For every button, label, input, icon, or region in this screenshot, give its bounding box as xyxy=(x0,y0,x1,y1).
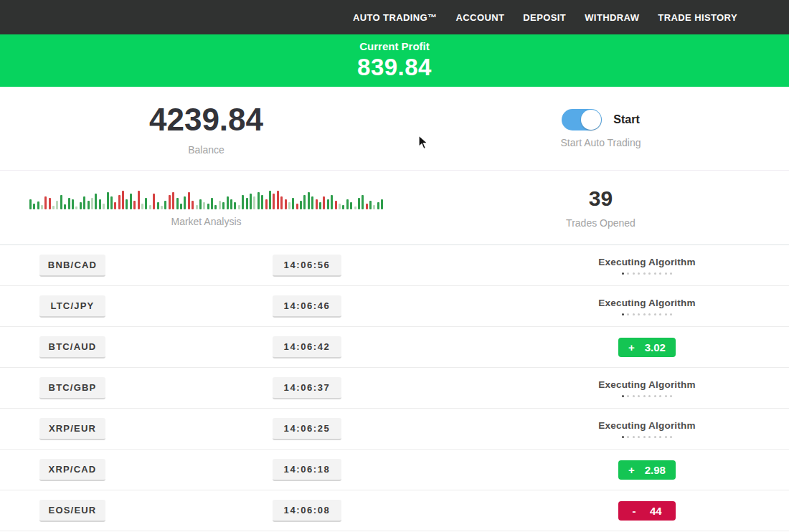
market-bar xyxy=(126,199,128,209)
trade-status: Executing Algorithm xyxy=(554,257,740,275)
market-bar xyxy=(95,194,97,209)
market-bar xyxy=(196,205,198,209)
market-bar xyxy=(277,191,279,209)
stats-row-bottom: Market Analysis 39 Trades Opened xyxy=(0,171,789,245)
market-bar xyxy=(331,195,333,209)
market-bar xyxy=(214,205,217,209)
balance-value: 4239.84 xyxy=(149,102,263,138)
market-bar xyxy=(44,196,47,209)
market-bar xyxy=(203,202,205,209)
market-bar xyxy=(83,196,85,209)
market-bar xyxy=(219,201,221,209)
top-nav: AUTO TRADING™ACCOUNTDEPOSITWITHDRAWTRADE… xyxy=(0,0,789,34)
market-bar xyxy=(60,195,62,209)
market-bar xyxy=(323,196,325,209)
pair-badge: EOS/EUR xyxy=(39,500,105,522)
market-bar xyxy=(145,198,147,209)
market-bar xyxy=(184,196,186,209)
market-bar xyxy=(207,204,209,209)
toggle-knob-icon xyxy=(581,110,601,130)
market-analysis-label: Market Analysis xyxy=(171,216,241,227)
market-bar xyxy=(141,204,143,209)
market-bar xyxy=(169,195,171,209)
nav-menu: AUTO TRADING™ACCOUNTDEPOSITWITHDRAWTRADE… xyxy=(353,12,737,23)
trade-status: + 2.98 xyxy=(554,460,740,480)
nav-item-trade-history[interactable]: TRADE HISTORY xyxy=(658,12,737,23)
market-bar xyxy=(366,204,368,209)
trade-status: Executing Algorithm xyxy=(554,298,740,315)
market-bar xyxy=(273,194,275,209)
trade-status: Executing Algorithm xyxy=(554,379,740,397)
market-bar xyxy=(373,205,375,209)
market-bar xyxy=(107,192,109,209)
market-bar xyxy=(269,191,271,209)
market-bar xyxy=(88,201,90,209)
trade-status: Executing Algorithm xyxy=(554,420,740,438)
market-bar xyxy=(292,198,294,209)
market-bar xyxy=(222,202,225,209)
result-sign: - xyxy=(632,505,636,517)
pair-badge: BTC/GBP xyxy=(39,377,105,399)
market-bar xyxy=(153,194,155,209)
start-toggle-label: Start xyxy=(613,113,639,126)
market-bar xyxy=(339,204,341,209)
balance-label: Balance xyxy=(188,144,225,156)
market-bar xyxy=(161,206,163,209)
market-analysis-block: Market Analysis xyxy=(0,171,412,244)
market-bar xyxy=(99,199,101,209)
pair-badge: XRP/CAD xyxy=(39,459,105,481)
market-bar xyxy=(180,204,182,209)
table-row: LTC/JPY 14:06:46 Executing Algorithm xyxy=(0,286,789,327)
pair-badge: XRP/EUR xyxy=(39,418,105,440)
progress-dots-icon xyxy=(622,272,673,275)
market-analysis-chart xyxy=(29,188,384,209)
status-executing-label: Executing Algorithm xyxy=(598,298,695,308)
auto-trading-label: Start Auto Trading xyxy=(560,137,641,148)
market-bar xyxy=(199,199,202,209)
trade-time-badge: 14:06:42 xyxy=(273,336,341,358)
start-toggle[interactable] xyxy=(562,109,602,130)
nav-item-deposit[interactable]: DEPOSIT xyxy=(523,12,566,23)
result-badge: + 2.98 xyxy=(618,460,676,480)
market-bar xyxy=(164,201,166,209)
status-executing-label: Executing Algorithm xyxy=(598,257,695,267)
market-bar xyxy=(29,199,32,209)
nav-item-account[interactable]: ACCOUNT xyxy=(456,12,505,23)
trade-time-badge: 14:06:56 xyxy=(273,255,341,277)
market-bar xyxy=(369,201,372,209)
status-executing-label: Executing Algorithm xyxy=(598,420,695,431)
market-bar xyxy=(149,205,151,209)
status-executing-label: Executing Algorithm xyxy=(598,379,695,390)
nav-item-auto-trading[interactable]: AUTO TRADING™ xyxy=(353,12,438,23)
trades-opened-label: Trades Opened xyxy=(566,217,636,229)
table-row: EOS/EUR 14:06:08 - 44 xyxy=(0,490,789,531)
market-bar xyxy=(319,202,321,209)
trade-time-badge: 14:06:37 xyxy=(273,377,341,399)
table-row: XRP/EUR 14:06:25 Executing Algorithm xyxy=(0,409,789,450)
market-bar xyxy=(327,199,329,209)
nav-item-withdraw[interactable]: WITHDRAW xyxy=(585,12,639,23)
market-bar xyxy=(311,196,313,209)
market-bar xyxy=(56,201,58,209)
trade-time-badge: 14:06:25 xyxy=(273,418,341,440)
market-bar xyxy=(91,198,93,209)
market-bar xyxy=(133,201,136,209)
market-bar xyxy=(358,198,360,209)
result-value: 2.98 xyxy=(645,464,666,476)
market-bar xyxy=(362,195,364,209)
trades-table: BNB/CAD 14:06:56 Executing Algorithm LTC… xyxy=(0,245,789,531)
market-bar xyxy=(72,199,74,209)
stats-row-top: 4239.84 Balance Start Start Auto Trading xyxy=(0,87,789,171)
market-bar xyxy=(130,194,132,209)
table-row: XRP/CAD 14:06:18 + 2.98 xyxy=(0,450,789,490)
market-bar xyxy=(238,205,240,209)
market-bar xyxy=(316,199,318,209)
trade-status: - 44 xyxy=(554,501,740,521)
market-bar xyxy=(288,202,290,209)
auto-trading-block: Start Start Auto Trading xyxy=(412,87,789,170)
market-bar xyxy=(242,195,244,209)
table-row: BNB/CAD 14:06:56 Executing Algorithm xyxy=(0,245,789,286)
market-bar xyxy=(80,202,82,209)
result-sign: + xyxy=(628,341,635,353)
market-bar xyxy=(41,205,43,209)
